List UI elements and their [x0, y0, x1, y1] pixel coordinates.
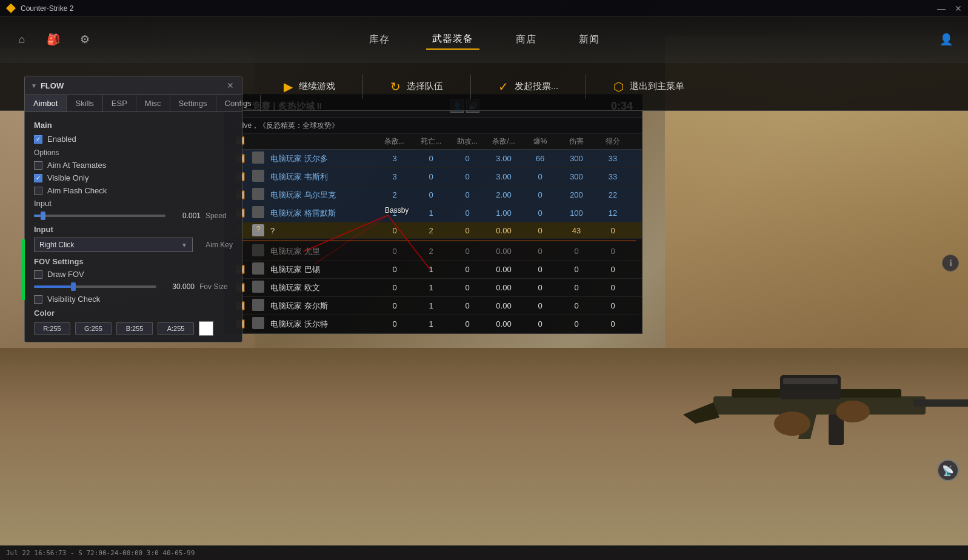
- table-row: 📶 电脑玩家 欧文 0 1 0 0.00 0 0 0: [225, 279, 642, 297]
- aim-key-row: Right Click ▼ Aim Key: [34, 238, 233, 252]
- left-indicator: [22, 239, 25, 300]
- visibility-check-label: Visibility Check: [47, 295, 100, 304]
- score: 0: [595, 301, 631, 310]
- svg-rect-6: [783, 378, 838, 384]
- table-row: ✕ 电脑玩家 尤里 0 2 0 0.00 0 0 0: [225, 242, 642, 261]
- tab-misc[interactable]: Misc: [136, 95, 170, 112]
- enabled-row: Enabled: [34, 135, 233, 144]
- tab-skills[interactable]: Skills: [67, 95, 102, 112]
- deaths: 1: [413, 319, 449, 328]
- color-g-input: G:255: [75, 322, 112, 335]
- refresh-icon: ↻: [390, 79, 401, 94]
- kd: 0.00: [486, 283, 522, 292]
- visible-only-label: Visible Only: [47, 173, 88, 182]
- avatar: [249, 206, 267, 220]
- cheat-titlebar[interactable]: ▼ FLOW ✕: [25, 76, 242, 95]
- nav-loadout[interactable]: 武器装备: [426, 30, 479, 50]
- kd: 0.00: [486, 247, 522, 256]
- aim-teammates-label: Aim At Teamates: [47, 161, 106, 170]
- continue-button[interactable]: ▶ 继续游戏: [275, 75, 344, 99]
- dmg: 43: [558, 226, 595, 235]
- status-text: Jul 22 16:56:73 - S 72:00-24-00:00 3:0 4…: [6, 549, 195, 557]
- cheat-close-button[interactable]: ✕: [225, 80, 236, 91]
- color-preview[interactable]: [199, 321, 213, 336]
- avatar: [249, 299, 267, 313]
- radio-icon[interactable]: 📡: [937, 459, 959, 481]
- nav-news[interactable]: 新闻: [573, 30, 606, 49]
- settings-icon[interactable]: ⚙: [75, 30, 95, 49]
- table-row: 📶 电脑玩家 韦斯利 3 0 0 3.00 0 300 33: [225, 168, 642, 186]
- avatar: ?: [249, 224, 267, 236]
- assists: 0: [449, 190, 486, 199]
- draw-fov-checkbox[interactable]: [34, 270, 42, 279]
- score: 33: [595, 154, 631, 163]
- tab-configs[interactable]: Configs: [216, 95, 261, 112]
- scoreboard: 死亡竞赛 | 炙热沙城 II 👤 🔊 0:34 Valve，《反恐精英：全球攻势…: [224, 94, 643, 334]
- kd: 0.00: [486, 226, 522, 235]
- window-controls: — ✕: [937, 4, 962, 13]
- check-icon: ✓: [498, 79, 509, 94]
- score: 0: [595, 247, 631, 256]
- input-section-label: Input: [34, 225, 233, 234]
- assists: 0: [449, 283, 486, 292]
- color-a-value[interactable]: A:255: [158, 322, 194, 335]
- enabled-checkbox[interactable]: [34, 135, 42, 144]
- deaths: 1: [413, 283, 449, 292]
- aim-flash-row: Aim Flash Check: [34, 186, 233, 195]
- aim-key-value: Right Click: [39, 241, 74, 249]
- nav-store[interactable]: 商店: [510, 30, 542, 49]
- main-section-label: Main: [34, 121, 233, 130]
- score: 0: [595, 283, 631, 292]
- dmg: 100: [558, 208, 595, 218]
- fov-size-row: 30.000 Fov Size: [34, 282, 233, 291]
- select-team-label: 选择队伍: [407, 81, 443, 92]
- vote-button[interactable]: ✓ 发起投票...: [489, 75, 568, 99]
- avatar: [249, 281, 267, 295]
- input-sublabel: Input: [34, 199, 52, 208]
- cheat-content: Main Enabled Options Aim At Teamates Vis…: [25, 112, 242, 342]
- select-team-button[interactable]: ↻ 选择队伍: [381, 75, 452, 99]
- speed-slider-track[interactable]: [34, 215, 165, 217]
- avatar: [249, 188, 267, 202]
- kills: 2: [376, 190, 413, 199]
- score: 0: [595, 265, 631, 274]
- close-button[interactable]: ✕: [955, 4, 962, 13]
- menu-divider-3: [586, 75, 586, 99]
- visibility-check-checkbox[interactable]: [34, 295, 42, 304]
- table-row: 📶 电脑玩家 巴锡 0 1 0 0.00 0 0 0: [225, 261, 642, 279]
- color-r-value[interactable]: R:255: [34, 322, 70, 335]
- cs2-icon: [6, 4, 16, 13]
- deaths: 0: [413, 172, 449, 181]
- avatar: [249, 170, 267, 184]
- profile-icon[interactable]: 👤: [936, 30, 956, 49]
- visible-only-checkbox[interactable]: [34, 174, 42, 182]
- fov-slider-track[interactable]: [34, 285, 156, 288]
- player-name: 电脑玩家 乌尔里克: [267, 190, 376, 201]
- continue-label: 继续游戏: [299, 81, 335, 92]
- player-name: 电脑玩家 奈尔斯: [267, 301, 376, 312]
- info-icon[interactable]: ℹ: [942, 255, 959, 272]
- enabled-label: Enabled: [47, 135, 76, 144]
- score: 0: [595, 226, 631, 235]
- color-g-value[interactable]: G:255: [75, 322, 112, 335]
- table-row: 📶 电脑玩家 奈尔斯 0 1 0 0.00 0 0 0: [225, 297, 642, 315]
- tab-esp[interactable]: ESP: [103, 95, 136, 112]
- avatar: [249, 244, 267, 258]
- tab-settings[interactable]: Settings: [170, 95, 216, 112]
- home-icon[interactable]: ⌂: [12, 30, 32, 49]
- svg-point-12: [836, 401, 870, 422]
- inventory-icon[interactable]: 🎒: [44, 30, 63, 49]
- kills: 0: [376, 283, 413, 292]
- aim-key-dropdown[interactable]: Right Click ▼: [34, 238, 193, 252]
- nav-inventory[interactable]: 库存: [363, 30, 396, 49]
- visible-only-row: Visible Only: [34, 173, 233, 182]
- assists: 0: [449, 265, 486, 274]
- tab-aimbot[interactable]: Aimbot: [25, 95, 67, 112]
- minimize-button[interactable]: —: [937, 4, 946, 13]
- kills: 3: [376, 154, 413, 163]
- aim-flash-checkbox[interactable]: [34, 187, 42, 195]
- aim-teammates-checkbox[interactable]: [34, 161, 42, 170]
- color-b-value[interactable]: B:255: [116, 322, 153, 335]
- score: 33: [595, 172, 631, 181]
- exit-button[interactable]: ⬡ 退出到主菜单: [604, 75, 693, 99]
